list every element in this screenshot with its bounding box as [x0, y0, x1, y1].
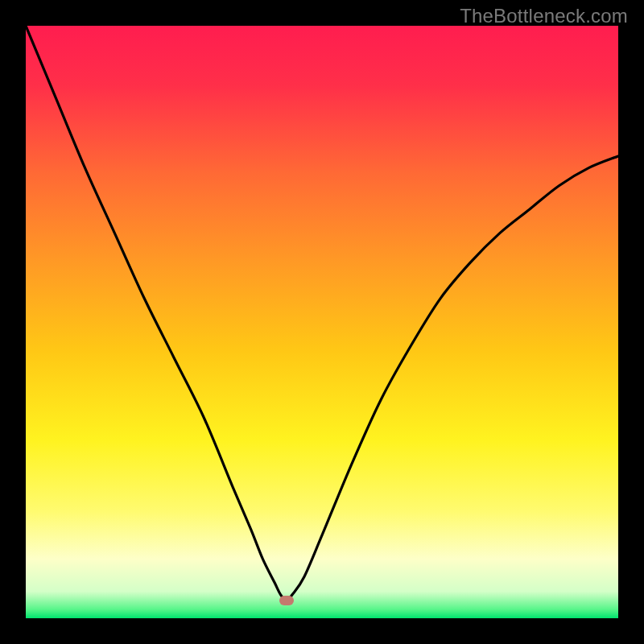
- plot-area: [26, 26, 618, 618]
- bottleneck-curve: [26, 26, 618, 618]
- chart-frame: TheBottleneck.com: [0, 0, 644, 644]
- watermark-text: TheBottleneck.com: [460, 5, 628, 27]
- minimum-marker-dot: [279, 596, 294, 605]
